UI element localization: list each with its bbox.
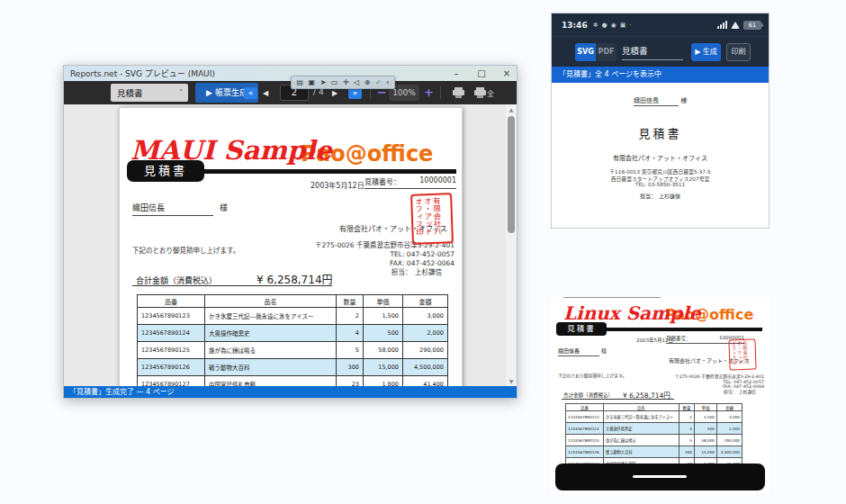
table-cell: 23 (337, 376, 364, 387)
status-time: 13:46 (552, 21, 588, 30)
table-cell: 1,500 (364, 308, 403, 325)
screenshot-canvas: Reports.net - SVG プレビュー (MAUI) – □ × 見積書… (0, 0, 846, 504)
customer-line: 織田信長 様 (634, 95, 687, 106)
table-cell: 2 (680, 411, 695, 423)
table-cell: 1,500 (695, 411, 717, 423)
table-cell: 戦う動物大百科 (604, 446, 680, 458)
contact-person: 担当： 上杉謙信 (552, 192, 769, 200)
preview-area: MAUI Sample Pao@office 見積書 2003年5月12日 見積… (64, 104, 517, 386)
pdf-format-button[interactable]: PDF (596, 43, 616, 61)
invoice-title: 見積書 (127, 160, 204, 182)
vertical-scrollbar[interactable]: ▲ ▼ (506, 104, 517, 386)
company-address-block: 〒275-0026 千葉県習志野市谷津3-29-2-401 TEL: 047-4… (315, 241, 454, 277)
phone-toolbar: SVG PDF 見積書 ▶ 生成 印刷 (552, 36, 769, 67)
print-all-button[interactable]: 全 (474, 87, 487, 98)
table-cell: 1234567890127 (138, 376, 205, 387)
report-type-value: 見積書 (111, 86, 179, 99)
window-controls: – □ × (450, 66, 513, 81)
total-underline (132, 285, 332, 286)
table-cell: 大奥操作暗黒史 (205, 325, 337, 342)
phone-info-bar: 「見積書」全 4 ページを表示中 (552, 67, 769, 83)
record-icon[interactable]: ⊕ (364, 76, 371, 88)
zoom-in-button[interactable]: + (424, 85, 434, 101)
rewind-icon[interactable]: ◁ (354, 76, 359, 88)
table-cell: 1234567890123 (566, 411, 604, 423)
customer-name: 織田信長 (558, 346, 599, 356)
invoice-number-value: 10000001 (419, 176, 456, 186)
window-icon[interactable]: ▣ (309, 76, 316, 88)
company-name: 有限会社パオ・アット・オフィス (552, 153, 769, 162)
battery-icon: 61 (743, 21, 761, 30)
table-cell: 290,000 (717, 435, 742, 446)
table-cell: 誰が為に鐘は鳴る (604, 435, 680, 446)
table-cell: 1234567890126 (566, 446, 604, 458)
svg-format-button[interactable]: SVG (575, 43, 596, 61)
greeting-text: 下記のとおり御見積申し上げます。 (558, 372, 626, 378)
table-cell: 1234567890124 (566, 423, 604, 435)
fax: FAX: 047-452-0064 (315, 259, 454, 268)
table-cell: 290,000 (403, 342, 448, 359)
table-cell: 2,000 (403, 325, 448, 342)
status-right-cluster: 61 (717, 14, 761, 36)
col-unit-price: 単価 (695, 404, 717, 411)
region-icon[interactable]: ▭ (331, 76, 338, 88)
close-button[interactable]: × (500, 66, 513, 81)
print-button[interactable] (453, 87, 465, 98)
status-bar: 「見積書」生成完了 — 4 ページ (64, 386, 517, 398)
scrollbar-thumb[interactable] (508, 116, 515, 233)
crosshair-icon[interactable]: ✛ (343, 76, 349, 88)
prev-page-button[interactable]: ◀ (263, 87, 268, 99)
col-amount: 金額 (403, 295, 448, 308)
minimize-button[interactable]: – (450, 66, 463, 81)
chevron-left-icon[interactable]: ‹ (386, 76, 389, 88)
invoice-number-label: 見積番号： (364, 176, 400, 186)
company-seal-stamp: 有限会社パオ・アットオフィス印 (728, 338, 756, 370)
print-button[interactable]: 印刷 (726, 43, 751, 61)
android-navigation-bar (555, 464, 765, 490)
seal-text: 有限会社パオ・アットオフィス印 (730, 341, 748, 369)
honorific: 様 (601, 347, 607, 354)
invoice-number: 見積番号： 10000001 (364, 176, 456, 189)
check-icon[interactable]: ✓ (375, 76, 382, 88)
table-cell: 300 (680, 446, 695, 458)
generate-button[interactable]: ▶ 生成 (691, 43, 721, 61)
table-cell: 500 (695, 423, 717, 435)
scroll-down-icon[interactable]: ▼ (506, 378, 517, 384)
scroll-up-icon[interactable]: ▲ (506, 106, 517, 112)
table-cell: 1234567890123 (138, 308, 205, 325)
tel: TEL: 03-5850-3511 (552, 182, 769, 187)
honorific: 様 (680, 97, 687, 104)
capture-overlay-toolbar: ▤ ▣ ➤ ▭ ✛ ◁ ⊕ ✓ ‹ (291, 76, 395, 89)
window-title: Reports.net - SVG プレビュー (MAUI) (64, 68, 215, 79)
invoice-title: 見積書 (552, 124, 769, 141)
screen-icon[interactable]: ▤ (297, 76, 304, 88)
table-cell: 誰が為に鐘は鳴る (205, 342, 337, 359)
col-amount: 金額 (717, 404, 742, 411)
col-item-code: 品番 (138, 295, 205, 308)
home-gesture-pill[interactable] (633, 475, 687, 478)
table-row: 1234567890123かき氷屋三代記―我永遠に氷をアイスー21,5003,0… (138, 308, 448, 325)
snowflake-icon: ✻ (593, 22, 598, 29)
table-cell: かき氷屋三代記―我永遠に氷をアイスー (604, 411, 680, 423)
table-cell: 4 (337, 325, 364, 342)
greeting-text: 下記のとおり御見積申し上げます。 (132, 245, 239, 255)
col-qty: 数量 (680, 404, 695, 411)
table-cell: 大奥操作暗黒史 (604, 423, 680, 435)
first-page-button[interactable]: « (244, 87, 257, 99)
cursor-icon[interactable]: ➤ (320, 76, 327, 88)
table-cell: 5 (337, 342, 364, 359)
company-address-block: 〒275-0026 千葉県習志野市谷津3-29-2-401 TEL: 047-4… (675, 374, 764, 394)
linux-screenshot: Linux Sample Pao@office 見積書 2003年5月12日 見… (551, 297, 770, 493)
honorific: 様 (220, 203, 228, 212)
total-underline (562, 399, 674, 400)
report-type-dropdown[interactable]: 見積書 ˅ (111, 84, 188, 102)
table-cell: 1234567890125 (566, 435, 604, 446)
table-cell: 1,800 (364, 376, 403, 387)
table-row: 1234567890127中国宮廷儀礼典範231,80041,400 (138, 376, 448, 387)
maximize-button[interactable]: □ (475, 66, 488, 81)
print-icon: ▣ (620, 22, 626, 29)
customer-line: 織田信長 様 (558, 346, 607, 356)
customer-name: 織田信長 (634, 95, 679, 106)
table-cell: 2,000 (717, 423, 742, 435)
report-name-input[interactable]: 見積書 (622, 43, 683, 60)
